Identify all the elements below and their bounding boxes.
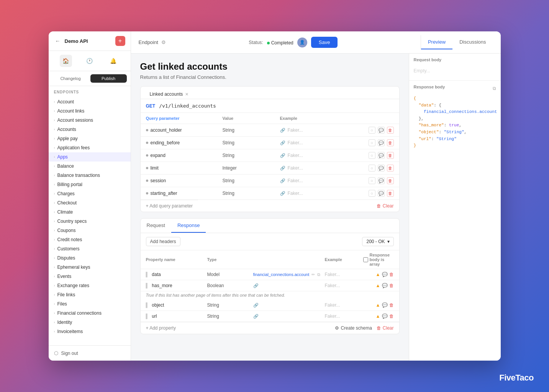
param-delete-icon[interactable]: 🗑	[387, 165, 394, 172]
tab-request[interactable]: Request	[141, 219, 171, 233]
status-select[interactable]: 200 - OK ▾	[362, 237, 393, 246]
nav-item-balance[interactable]: ›Balance	[49, 162, 131, 171]
nav-item-balance-transactions[interactable]: ›Balance transactions	[49, 171, 131, 180]
nav-item-apps[interactable]: ›Apps	[49, 152, 131, 162]
edit-icon[interactable]: ✏	[311, 272, 315, 277]
endpoint-tab-linked-accounts[interactable]: Linked accounts ✕	[145, 90, 193, 99]
up-icon[interactable]: ▲	[376, 283, 380, 288]
endpoint-label: Endpoint	[139, 39, 158, 45]
request-response-card: Request Response Add headers 200 - OK ▾	[140, 218, 400, 334]
delete-icon[interactable]: 🗑	[389, 314, 394, 319]
clear-params-button[interactable]: 🗑 Clear	[371, 200, 399, 212]
bell-icon[interactable]: 🔔	[107, 55, 120, 67]
up-icon[interactable]: ▲	[376, 272, 380, 277]
param-circle-icon[interactable]: ○	[369, 190, 375, 197]
param-comment-icon[interactable]: 💬	[378, 190, 385, 197]
param-comment-icon[interactable]: 💬	[378, 139, 385, 146]
comment-icon[interactable]: 💬	[382, 314, 388, 319]
tab-close-icon[interactable]: ✕	[185, 92, 188, 97]
add-query-param-button[interactable]: + Add query parameter	[141, 200, 198, 212]
comment-icon[interactable]: 💬	[382, 272, 388, 277]
copy-icon[interactable]: ⧉	[493, 86, 496, 91]
nav-item-billing-portal[interactable]: ›Billing portal	[49, 180, 131, 189]
link-icon[interactable]: 🔗	[253, 283, 259, 288]
nav-item-files[interactable]: ›Files	[49, 299, 131, 309]
comment-icon[interactable]: 💬	[382, 302, 388, 308]
clock-icon[interactable]: 🕐	[84, 55, 96, 67]
delete-icon[interactable]: 🗑	[389, 302, 394, 308]
nav-item-invoiceitems[interactable]: ›Invoiceitems	[49, 327, 131, 336]
nav-item-disputes[interactable]: ›Disputes	[49, 253, 131, 263]
add-headers-button[interactable]: Add headers	[146, 237, 180, 246]
param-delete-icon[interactable]: 🗑	[387, 152, 394, 159]
param-delete-icon[interactable]: 🗑	[387, 139, 394, 146]
status-badge: Completed	[267, 39, 293, 46]
request-body-empty: Empty...	[414, 65, 496, 77]
nav-item-account[interactable]: ›Account	[49, 97, 131, 106]
param-circle-icon[interactable]: ○	[369, 139, 375, 146]
nav-item-ephemeral-keys[interactable]: ›Ephemeral keys	[49, 263, 131, 272]
table-row: session String 🔗Faker... ○ 💬 🗑	[141, 175, 399, 187]
nav-item-climate[interactable]: ›Climate	[49, 207, 131, 217]
nav-item-account-sessions[interactable]: ›Account sessions	[49, 116, 131, 125]
signout-button[interactable]: ⬡ Sign out	[49, 345, 131, 361]
link-icon[interactable]: 🔗	[253, 314, 259, 319]
nav-item-customers[interactable]: ›Customers	[49, 244, 131, 253]
nav-item-apple-pay[interactable]: ›Apple pay	[49, 134, 131, 143]
param-delete-icon[interactable]: 🗑	[387, 190, 394, 197]
tab-preview[interactable]: Preview	[421, 35, 452, 49]
up-icon[interactable]: ▲	[376, 302, 380, 308]
param-circle-icon[interactable]: ○	[369, 177, 375, 184]
param-delete-icon[interactable]: 🗑	[387, 177, 394, 184]
param-circle-icon[interactable]: ○	[369, 127, 375, 134]
back-button[interactable]: ←	[54, 37, 62, 45]
nav-item-application-fees[interactable]: ›Application fees	[49, 143, 131, 152]
endpoint-url: /v1/linked_accounts	[159, 103, 216, 109]
nav-item-file-links[interactable]: ›File links	[49, 290, 131, 299]
header-left: Endpoint ⚙	[139, 39, 166, 45]
footer-actions: ⚙ Create schema 🗑 Clear	[335, 325, 393, 331]
save-button[interactable]: Save	[311, 37, 338, 48]
up-icon[interactable]: ▲	[376, 314, 380, 319]
param-comment-icon[interactable]: 💬	[378, 152, 385, 159]
delete-icon[interactable]: 🗑	[389, 272, 394, 277]
comment-icon[interactable]: 💬	[382, 283, 388, 288]
signout-icon: ⬡	[54, 350, 58, 356]
tab-changelog[interactable]: Changelog	[52, 74, 89, 83]
response-body-array-checkbox[interactable]	[363, 257, 368, 262]
tab-response[interactable]: Response	[171, 219, 206, 233]
nav-item-charges[interactable]: ›Charges	[49, 189, 131, 198]
param-circle-icon[interactable]: ○	[369, 165, 375, 172]
nav-item-identity[interactable]: ›Identity	[49, 318, 131, 327]
tab-publish[interactable]: Publish	[90, 74, 127, 83]
nav-item-credit-notes[interactable]: ›Credit notes	[49, 235, 131, 244]
copy-model-icon[interactable]: ⧉	[317, 272, 320, 277]
create-schema-button[interactable]: ⚙ Create schema	[335, 325, 372, 331]
param-comment-icon[interactable]: 💬	[378, 177, 385, 184]
nav-item-account-links[interactable]: ›Account links	[49, 106, 131, 116]
param-comment-icon[interactable]: 💬	[378, 165, 385, 172]
param-comment-icon[interactable]: 💬	[378, 127, 385, 134]
param-delete-icon[interactable]: 🗑	[387, 127, 394, 134]
settings-icon[interactable]: ⚙	[161, 39, 166, 45]
nav-item-events[interactable]: ›Events	[49, 272, 131, 281]
link-icon[interactable]: 🔗	[253, 303, 259, 308]
sidebar-nav: ›Account ›Account links ›Account session…	[49, 96, 131, 345]
nav-item-financial-connections[interactable]: ›Financial connections	[49, 309, 131, 318]
sidebar-header: ← Demo API +	[49, 31, 131, 51]
nav-item-accounts[interactable]: ›Accounts	[49, 125, 131, 134]
nav-item-coupons[interactable]: ›Coupons	[49, 226, 131, 235]
tab-discussions[interactable]: Discussions	[452, 35, 493, 49]
delete-icon[interactable]: 🗑	[389, 283, 394, 288]
nav-item-country-specs[interactable]: ›Country specs	[49, 217, 131, 226]
nav-item-checkout[interactable]: ›Checkout	[49, 198, 131, 207]
home-icon[interactable]: 🏠	[60, 55, 72, 67]
chevron-down-icon: ▾	[387, 239, 390, 244]
add-endpoint-button[interactable]: +	[115, 36, 125, 46]
param-circle-icon[interactable]: ○	[369, 152, 375, 159]
nav-item-exchange-rates[interactable]: ›Exchange rates	[49, 281, 131, 290]
model-link[interactable]: financial_connections.account	[253, 272, 310, 277]
add-property-button[interactable]: + Add property	[146, 325, 176, 331]
clear-response-button[interactable]: 🗑 Clear	[377, 325, 394, 331]
table-row: ▌ url String 🔗 Faker... ▲ 💬 🗑	[141, 311, 399, 322]
